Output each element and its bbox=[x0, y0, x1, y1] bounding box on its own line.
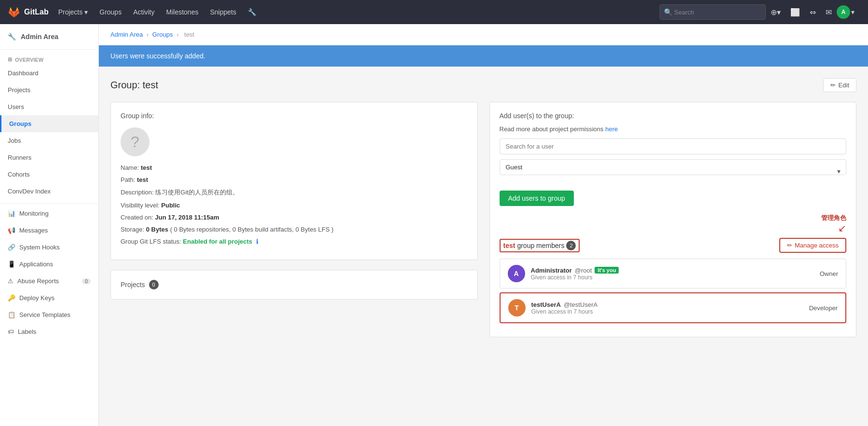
members-count: 2 bbox=[566, 241, 576, 250]
edit-icon: ✏ bbox=[830, 82, 836, 89]
sidebar-item-users[interactable]: Users bbox=[0, 98, 98, 115]
role-select[interactable]: Guest Reporter Developer Maintainer Owne… bbox=[500, 159, 847, 175]
sidebar-item-system-hooks[interactable]: 🔗 System Hooks bbox=[0, 239, 98, 256]
sidebar-item-projects[interactable]: Projects bbox=[0, 82, 98, 98]
wrench-icon: 🔧 bbox=[248, 8, 256, 16]
sidebar-users-label: Users bbox=[8, 103, 24, 110]
sidebar-item-groups[interactable]: Groups bbox=[0, 115, 98, 132]
add-users-label: Add users to group bbox=[508, 194, 565, 202]
admin-info: Administrator @root It's you Given acces… bbox=[531, 267, 814, 281]
sidebar-header: 🔧 Admin Area bbox=[0, 24, 98, 50]
path-label: Path: bbox=[121, 176, 135, 183]
manage-access-button[interactable]: ✏ Manage access bbox=[779, 238, 846, 253]
nav-wrench[interactable]: 🔧 bbox=[242, 0, 262, 24]
avatar[interactable]: A bbox=[837, 5, 850, 19]
group-avatar: ? bbox=[121, 127, 149, 156]
sidebar-hooks-label: System Hooks bbox=[19, 244, 60, 251]
sidebar-service-templates-label: Service Templates bbox=[19, 311, 70, 318]
sidebar-item-labels[interactable]: 🏷 Labels bbox=[0, 323, 98, 340]
labels-icon: 🏷 bbox=[8, 328, 14, 335]
sidebar-item-convdev[interactable]: ConvDev Index bbox=[0, 183, 98, 200]
sidebar-item-jobs[interactable]: Jobs bbox=[0, 132, 98, 149]
annotation-text: 管理角色 bbox=[821, 214, 846, 222]
search-input[interactable] bbox=[674, 9, 761, 16]
admin-avatar-text: A bbox=[514, 270, 518, 277]
search-user-input[interactable] bbox=[500, 138, 847, 154]
terminal-icon-btn[interactable]: ⬜ bbox=[786, 0, 805, 24]
applications-icon: 📱 bbox=[8, 261, 15, 268]
template-icon: 📋 bbox=[8, 311, 15, 318]
nav-milestones[interactable]: Milestones bbox=[161, 0, 204, 24]
search-icon: 🔍 bbox=[664, 8, 672, 16]
sidebar-projects-label: Projects bbox=[8, 86, 30, 94]
abuse-icon: ⚠ bbox=[8, 277, 14, 285]
breadcrumb-admin[interactable]: Admin Area bbox=[110, 31, 143, 38]
sidebar-applications-label: Applications bbox=[19, 261, 53, 268]
nav-projects[interactable]: Projects ▾ bbox=[53, 0, 94, 24]
sidebar-item-abuse-reports[interactable]: ⚠ Abuse Reports 0 bbox=[0, 273, 98, 289]
nav-activity[interactable]: Activity bbox=[127, 0, 160, 24]
group-info-label: Group info: bbox=[121, 112, 468, 120]
member-row-test: T testUserA @testUserA Given access in 7… bbox=[500, 292, 847, 323]
flash-text: Users were successfully added. bbox=[110, 52, 205, 60]
group-info-card: Group info: ? Name: test Path: test bbox=[110, 102, 478, 260]
nav-projects-label: Projects bbox=[58, 8, 83, 16]
group-created: Created on: Jun 17, 2018 11:15am bbox=[121, 214, 468, 221]
projects-count: 0 bbox=[149, 280, 159, 289]
nav-groups[interactable]: Groups bbox=[94, 0, 127, 24]
plus-icon-btn[interactable]: ⊕ ▾ bbox=[766, 0, 786, 24]
admin-name: Administrator @root It's you bbox=[531, 267, 814, 274]
breadcrumb-groups[interactable]: Groups bbox=[152, 31, 173, 38]
nav-activity-label: Activity bbox=[133, 8, 154, 16]
sidebar-item-deploy-keys[interactable]: 🔑 Deploy Keys bbox=[0, 289, 98, 306]
messages-icon: 📢 bbox=[8, 227, 15, 234]
nav-snippets[interactable]: Snippets bbox=[204, 0, 242, 24]
projects-card: Projects 0 bbox=[110, 270, 478, 300]
visibility-label: Visibility level: bbox=[121, 202, 160, 209]
sidebar-item-cohorts[interactable]: Cohorts bbox=[0, 166, 98, 183]
group-description: Description: 练习使用Git的人员所在的组。 bbox=[121, 188, 468, 197]
add-user-label: Add user(s) to the group: bbox=[500, 112, 847, 120]
add-users-button[interactable]: Add users to group bbox=[500, 191, 574, 206]
group-storage: Storage: 0 Bytes ( 0 Bytes repositories,… bbox=[121, 226, 468, 233]
lfs-label: Group Git LFS status: bbox=[121, 238, 181, 245]
sidebar-item-dashboard[interactable]: Dashboard bbox=[0, 65, 98, 82]
mr-icon-btn[interactable]: ⇔ bbox=[805, 0, 821, 24]
overview-section: ⊞ Overview bbox=[0, 50, 98, 65]
breadcrumb-sep-2: › bbox=[176, 31, 178, 38]
hooks-icon: 🔗 bbox=[8, 244, 15, 251]
members-title: test group members 2 bbox=[500, 239, 580, 252]
sidebar-item-messages[interactable]: 📢 Messages bbox=[0, 222, 98, 239]
merge-request-icon: ⇔ bbox=[810, 8, 816, 17]
sidebar-item-monitoring[interactable]: 📊 Monitoring bbox=[0, 204, 98, 222]
edit-button[interactable]: ✏ Edit bbox=[823, 78, 856, 92]
sidebar-item-applications[interactable]: 📱 Applications bbox=[0, 256, 98, 273]
plus-chevron: ▾ bbox=[777, 8, 781, 17]
sidebar-groups-label: Groups bbox=[9, 120, 31, 127]
plus-icon: ⊕ bbox=[771, 8, 777, 17]
sidebar-runners-label: Runners bbox=[8, 154, 31, 161]
test-access: Given access in 7 hours bbox=[531, 308, 803, 315]
avatar-chevron[interactable]: ▾ bbox=[850, 0, 860, 24]
test-name: testUserA @testUserA bbox=[531, 301, 803, 308]
admin-role: Owner bbox=[820, 270, 838, 277]
storage-label: Storage: bbox=[121, 226, 144, 233]
members-title-suffix: group members bbox=[517, 242, 564, 249]
desc-label: Description: bbox=[121, 189, 154, 196]
sidebar-item-runners[interactable]: Runners bbox=[0, 149, 98, 166]
admin-access: Given access in 7 hours bbox=[531, 274, 814, 281]
name-value: test bbox=[141, 164, 152, 171]
lfs-link[interactable]: Enabled for all projects bbox=[183, 238, 252, 245]
permissions-link[interactable]: here bbox=[605, 125, 618, 133]
sidebar-item-service-templates[interactable]: 📋 Service Templates bbox=[0, 306, 98, 323]
nav-snippets-label: Snippets bbox=[210, 8, 236, 16]
breadcrumb-sep-1: › bbox=[147, 31, 149, 38]
admin-avatar: A bbox=[508, 265, 525, 282]
sidebar-abuse-label: Abuse Reports bbox=[17, 277, 59, 285]
edit-label: Edit bbox=[839, 82, 849, 89]
name-label: Name: bbox=[121, 164, 139, 171]
sidebar-dashboard-label: Dashboard bbox=[8, 69, 39, 77]
issues-icon-btn[interactable]: ✉ bbox=[821, 0, 837, 24]
search-box[interactable]: 🔍 bbox=[660, 4, 766, 20]
logo[interactable]: GitLab bbox=[8, 6, 49, 18]
